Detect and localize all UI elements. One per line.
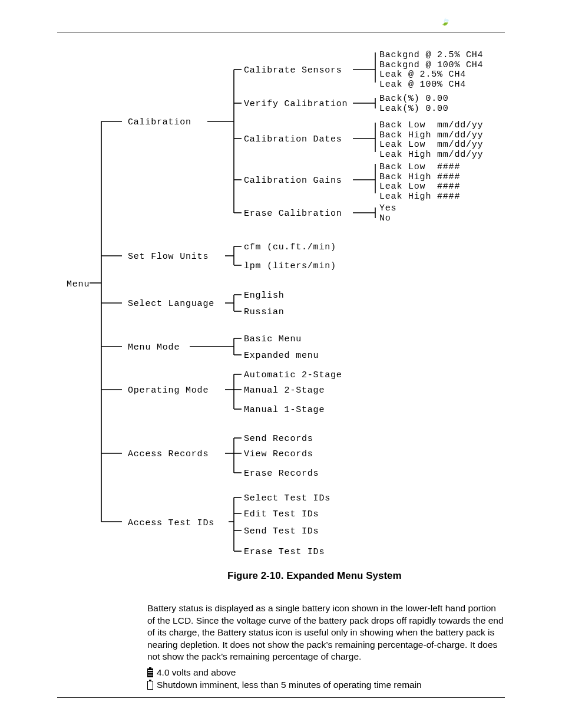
erase-calibration-options: Yes No — [379, 204, 396, 223]
leaf-icon: 🍃 — [441, 18, 449, 26]
battery-full-text: 4.0 volts and above — [157, 667, 236, 679]
set-flow-units-label: Set Flow Units — [128, 252, 209, 262]
calibrate-sensors-options: Backgnd @ 2.5% CH4 Backgnd @ 100% CH4 Le… — [379, 51, 483, 90]
calibration-label: Calibration — [128, 117, 191, 127]
testids-select: Select Test IDs — [244, 493, 330, 503]
lang-russian: Russian — [244, 307, 285, 317]
battery-icon-list: 4.0 volts and above Shutdown imminent, l… — [147, 667, 422, 691]
calibration-dates-values: Back Low mm/dd/yy Back High mm/dd/yy Lea… — [379, 121, 483, 160]
opmode-man2: Manual 2-Stage — [244, 386, 325, 396]
figure-caption: Figure 2-10. Expanded Menu System — [227, 570, 402, 582]
records-erase: Erase Records — [244, 469, 319, 479]
menu-mode-label: Menu Mode — [128, 342, 180, 353]
access-test-ids-label: Access Test IDs — [128, 518, 214, 528]
menu-mode-basic: Basic Menu — [244, 334, 302, 344]
calibration-gains-values: Back Low #### Back High #### Leak Low ##… — [379, 163, 460, 202]
records-view: View Records — [244, 449, 313, 459]
operating-mode-label: Operating Mode — [128, 386, 209, 396]
access-records-label: Access Records — [128, 449, 209, 459]
page: 🍃 — [0, 0, 562, 728]
opmode-auto2: Automatic 2-Stage — [244, 370, 342, 380]
records-send: Send Records — [244, 434, 313, 444]
testids-send: Send Test IDs — [244, 526, 319, 536]
testids-edit: Edit Test IDs — [244, 509, 319, 519]
testids-erase: Erase Test IDs — [244, 547, 325, 557]
verify-calibration-values: Back(%) 0.00 Leak(%) 0.00 — [379, 94, 449, 114]
menu-mode-expanded: Expanded menu — [244, 351, 319, 361]
battery-empty-icon — [147, 681, 153, 690]
battery-paragraph: Battery status is displayed as a single … — [147, 602, 504, 663]
calibrate-sensors-label: Calibrate Sensors — [244, 65, 342, 75]
select-language-label: Select Language — [128, 299, 214, 309]
erase-calibration-label: Erase Calibration — [244, 209, 342, 219]
header-rule — [57, 32, 505, 32]
footer-rule — [57, 697, 505, 698]
menu-root: Menu — [67, 279, 90, 289]
flow-lpm: lpm (liters/min) — [244, 261, 336, 271]
battery-empty-text: Shutdown imminent, less than 5 minutes o… — [157, 679, 422, 691]
lang-english: English — [244, 291, 285, 301]
calibration-gains-label: Calibration Gains — [244, 176, 342, 186]
flow-cfm: cfm (cu.ft./min) — [244, 242, 336, 252]
calibration-dates-label: Calibration Dates — [244, 134, 342, 144]
verify-calibration-label: Verify Calibration — [244, 99, 348, 109]
battery-full-icon — [147, 668, 153, 677]
opmode-man1: Manual 1-Stage — [244, 405, 325, 415]
